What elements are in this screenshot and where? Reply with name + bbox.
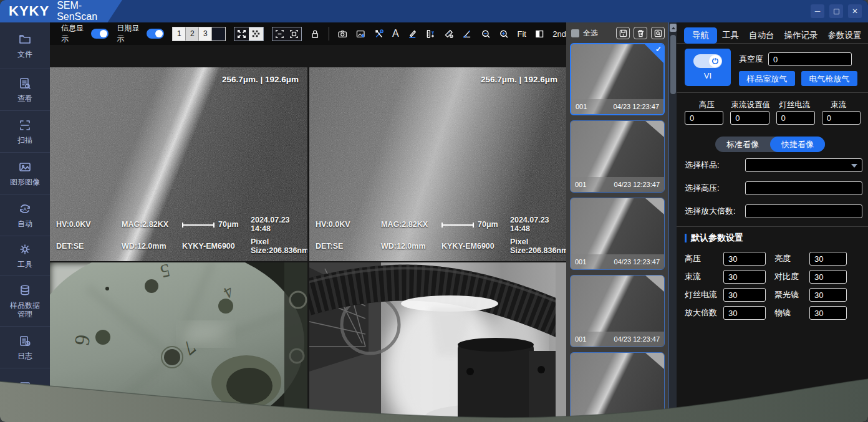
param-hv-input[interactable] (723, 252, 766, 266)
date-display-label: 日期显示 (117, 23, 142, 44)
select-hv-input[interactable] (745, 181, 862, 195)
vacuum-input[interactable] (768, 52, 852, 66)
focus-bracket-button[interactable] (272, 27, 287, 41)
param-objective-label: 物镜 (766, 307, 809, 319)
camera-capture-icon[interactable] (337, 28, 347, 40)
layout-1-button[interactable]: 1 (173, 27, 186, 41)
pen-tool-icon[interactable] (407, 28, 417, 40)
thumbnail-scrollbar[interactable] (668, 22, 677, 422)
layout-2-button[interactable]: 2 (186, 27, 199, 41)
tab-parameter-settings[interactable]: 参数设置 (823, 27, 867, 44)
date-display-toggle[interactable] (147, 29, 164, 39)
capture-datetime: 2024.07.23 14:48 (510, 216, 562, 233)
chamber-camera-image[interactable] (309, 262, 566, 422)
param-beam-input[interactable] (723, 270, 766, 284)
chamber-vent-button[interactable]: 样品室放气 (739, 71, 795, 86)
thumbnail-3[interactable]: 001 04/23 12:23:47 (570, 198, 665, 270)
param-contrast-label: 对比度 (766, 271, 809, 282)
second-view-button[interactable]: 2nd (552, 29, 566, 39)
dither-button[interactable] (249, 27, 263, 41)
thumbnail-1[interactable]: ✓ 001 04/23 12:23:47 (570, 43, 665, 115)
bracket-dash-icon (274, 28, 286, 40)
device-name: KYKY-EM6900 (441, 242, 510, 251)
param-condenser-input[interactable] (809, 288, 847, 302)
zoom-in-icon[interactable] (499, 28, 509, 40)
fit-button[interactable]: Fit (517, 29, 526, 39)
logo-wedge: KYKY SEM-SenScan (0, 0, 122, 22)
param-objective-input[interactable] (809, 306, 847, 320)
sidebar-item-log[interactable]: 日志 (0, 326, 50, 368)
tools-icon[interactable] (374, 28, 384, 40)
beam-set-input[interactable] (730, 111, 769, 125)
standard-imaging-button[interactable]: 标准看像 (715, 137, 770, 152)
tab-auto-stage[interactable]: 自动台 (744, 27, 779, 44)
sidebar-item-images[interactable]: 图形图像 (0, 152, 50, 194)
angle-tool-icon[interactable] (462, 28, 472, 40)
sem-image-1[interactable]: 256.7μm. | 192.6μm HV:0.0KV MAG:2.82KX 7… (50, 67, 307, 261)
param-beam-label: 束流 (685, 271, 723, 282)
layout-4-button[interactable] (212, 27, 225, 41)
sem-image-2[interactable]: 256.7μm. | 192.6μm HV:0.0KV MAG:2.82KX 7… (309, 67, 566, 261)
thumbnail-5[interactable] (570, 352, 665, 422)
delete-thumbnails-button[interactable] (634, 27, 647, 39)
sidebar-item-view[interactable]: 查看 (0, 69, 50, 110)
vi-toggle[interactable] (693, 54, 722, 68)
vi-vacuum-card[interactable]: VI (685, 49, 731, 86)
control-panel: 导航 工具 自动台 操作记录 参数设置 VI 真空度 样品室放气 电气枪放气 高… (677, 22, 868, 422)
sidebar: 文件 查看 扫描 图形图像 A 自动 工具 样品数据管理 日志 (0, 22, 50, 422)
scrollbar-thumb[interactable] (670, 35, 676, 94)
sidebar-item-auto[interactable]: A 自动 (0, 194, 50, 236)
thumbnail-4[interactable]: 001 04/23 12:23:47 (570, 275, 665, 347)
text-annotation-tool[interactable]: A (392, 28, 399, 39)
hv-readout-input[interactable] (685, 111, 723, 125)
wd-value: WD:12.0mm (122, 242, 182, 251)
measure-view-icon[interactable] (444, 28, 454, 40)
hv-value: HV:0.0KV (56, 220, 122, 229)
tab-tools[interactable]: 工具 (717, 27, 744, 44)
sidebar-item-sample-data[interactable]: 样品数据管理 (0, 276, 50, 326)
param-mag-input[interactable] (723, 306, 766, 320)
info-display-toggle[interactable] (91, 29, 109, 39)
minimize-button[interactable]: ─ (811, 4, 824, 18)
param-filament-input[interactable] (723, 288, 766, 302)
close-button[interactable]: ✕ (848, 4, 862, 18)
beam-input[interactable] (822, 111, 861, 125)
param-brightness-label: 亮度 (766, 253, 809, 264)
select-hv-label: 选择高压: (685, 183, 745, 194)
sidebar-item-scan[interactable]: 扫描 (0, 110, 50, 152)
ruler-add-icon[interactable] (425, 28, 435, 40)
thumbnail-panel: 全选 ✓ 001 04/23 12:23:47 001 04/23 12: (566, 22, 668, 422)
select-all-checkbox[interactable] (571, 29, 579, 37)
select-sample-dropdown[interactable] (745, 158, 862, 172)
split-view-icon[interactable] (534, 28, 544, 40)
stage-camera-image[interactable]: 5 4 7 6 (50, 262, 307, 422)
zoom-out-icon[interactable] (481, 28, 491, 40)
tab-operation-log[interactable]: 操作记录 (779, 27, 823, 44)
corner-mark (645, 276, 664, 292)
quick-imaging-button[interactable]: 快捷看像 (770, 137, 825, 152)
lock-icon[interactable] (310, 28, 320, 40)
sidebar-item-more[interactable] (0, 368, 50, 422)
focus-area-button[interactable] (287, 27, 301, 41)
export-thumbnails-button[interactable] (616, 27, 630, 39)
sidebar-item-tools[interactable]: 工具 (0, 236, 50, 276)
select-mag-input[interactable] (745, 204, 862, 218)
expand-arrows-button[interactable] (234, 27, 249, 41)
device-name: KYKY-EM6900 (182, 242, 251, 251)
param-brightness-input[interactable] (809, 252, 847, 266)
imaging-mode-switch: 标准看像 快捷看像 (715, 137, 825, 152)
scroll-up-button[interactable] (670, 24, 677, 32)
trash-icon (637, 29, 645, 37)
toolbar-separator (329, 27, 329, 41)
preview-thumbnails-button[interactable] (651, 27, 665, 39)
layout-3-button[interactable]: 3 (199, 27, 212, 41)
sidebar-item-files[interactable]: 文件 (0, 22, 50, 69)
thumbnail-2[interactable]: 001 04/23 12:23:47 (570, 120, 665, 193)
tab-navigation[interactable]: 导航 (684, 27, 717, 44)
filament-input[interactable] (776, 111, 815, 125)
param-condenser-label: 聚光镜 (766, 289, 809, 300)
param-contrast-input[interactable] (809, 270, 847, 284)
maximize-button[interactable] (829, 4, 843, 18)
gun-vent-button[interactable]: 电气枪放气 (801, 71, 857, 86)
save-image-icon[interactable] (355, 28, 365, 40)
